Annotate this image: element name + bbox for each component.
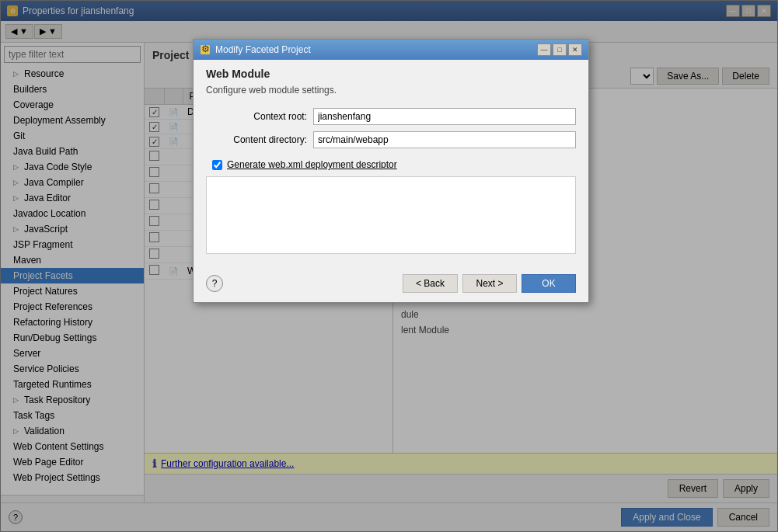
dialog-form: Context root: Content directory: Generat… [206,108,576,170]
dialog-action-buttons: < Back Next > OK [403,274,576,293]
back-button[interactable]: < Back [403,274,458,293]
content-directory-row: Content directory: [206,131,576,148]
generate-xml-label[interactable]: Generate web.xml deployment descriptor [227,159,397,170]
dialog-close-button[interactable]: ✕ [568,43,582,56]
dialog-title-text: Modify Faceted Project [215,44,311,55]
dialog-section-desc: Configure web module settings. [206,85,576,96]
dialog-icon: ⚙ [200,44,211,55]
generate-xml-checkbox[interactable] [212,160,222,170]
context-root-label: Context root: [206,111,307,122]
ok-button[interactable]: OK [522,274,576,293]
dialog-title-bar: ⚙ Modify Faceted Project — □ ✕ [194,40,588,60]
context-root-input[interactable] [313,108,576,125]
dialog-content: Web Module Configure web module settings… [194,60,588,268]
svg-text:⚙: ⚙ [201,44,210,54]
dialog-title-left: ⚙ Modify Faceted Project [200,44,311,55]
next-button[interactable]: Next > [462,274,517,293]
dialog-inner-area [206,176,576,254]
content-directory-label: Content directory: [206,134,307,145]
dialog-maximize-button[interactable]: □ [553,43,567,56]
modify-faceted-dialog: ⚙ Modify Faceted Project — □ ✕ Web Modul… [193,39,589,303]
content-directory-input[interactable] [313,131,576,148]
dialog-help-icon[interactable]: ? [206,275,223,292]
generate-xml-row: Generate web.xml deployment descriptor [206,159,576,170]
dialog-section-title: Web Module [206,68,576,80]
context-root-row: Context root: [206,108,576,125]
dialog-buttons: ? < Back Next > OK [194,268,588,302]
dialog-title-buttons: — □ ✕ [537,43,582,56]
dialog-overlay: ⚙ Modify Faceted Project — □ ✕ Web Modul… [0,0,778,532]
dialog-minimize-button[interactable]: — [537,43,551,56]
